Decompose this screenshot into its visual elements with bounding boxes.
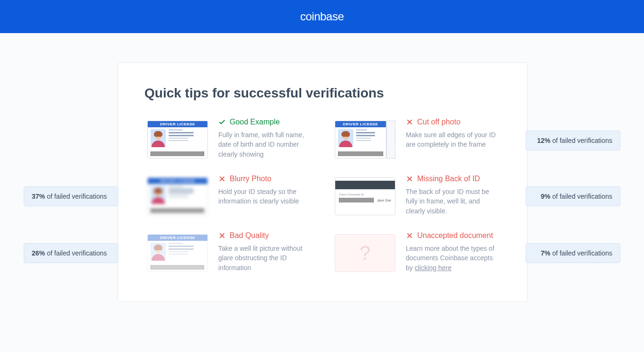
tip-title: Bad Quality <box>218 231 313 240</box>
thumb-faded: DRIVER LICENSE <box>144 231 211 275</box>
tip-title: Missing Back of ID <box>406 175 501 183</box>
tip-desc: The back of your ID must be fully in fra… <box>406 187 501 216</box>
tips-grid: DRIVER LICENSE Good Example Fully in fra… <box>144 118 501 275</box>
tip-desc: Learn more about the types of documents … <box>406 244 501 273</box>
tip-desc: Hold your ID steady so the information i… <box>218 187 313 206</box>
signature: Jane Doe <box>377 199 391 202</box>
x-icon <box>406 232 413 239</box>
x-icon <box>218 232 226 239</box>
tip-missing-back: Class A Example ID Jane Doe Missing Back… <box>332 175 501 218</box>
tip-cut-off: DRIVER LICENSE Cut off photo Make sure <box>332 118 501 161</box>
callout-12: 12% of failed verifications <box>526 131 620 150</box>
barcode-icon <box>339 198 374 202</box>
x-icon <box>406 175 413 183</box>
x-icon <box>406 118 413 126</box>
id-photo-icon <box>151 186 166 204</box>
tip-desc: Fully in frame, with full name, date of … <box>218 130 313 159</box>
brand-logo: coinbase <box>300 10 344 23</box>
id-photo-icon <box>151 243 166 261</box>
thumb-good: DRIVER LICENSE <box>144 118 211 161</box>
tip-bad-quality: DRIVER LICENSE Bad Quality Take a well l… <box>144 231 313 275</box>
tip-blurry: DRIVER LICENSE Blurry Photo Hold your ID… <box>144 175 313 218</box>
check-icon <box>218 118 226 126</box>
tip-title: Unaccepted document <box>406 231 501 240</box>
callout-26: 26% of failed verifications <box>24 243 118 263</box>
cutoff-area-icon <box>386 121 395 158</box>
id-header: DRIVER LICENSE <box>335 121 386 127</box>
tips-card: Quick tips for successful verifications … <box>117 62 528 302</box>
callout-9: 9% of failed verifications <box>526 186 620 206</box>
magstripe-icon <box>335 181 395 189</box>
tip-title: Cut off photo <box>406 118 501 126</box>
id-header: DRIVER LICENSE <box>148 235 207 241</box>
callout-7: 7% of failed verifications <box>526 243 620 263</box>
tip-good-example: DRIVER LICENSE Good Example Fully in fra… <box>144 118 313 161</box>
thumb-blurry: DRIVER LICENSE <box>144 175 211 218</box>
thumb-cutoff: DRIVER LICENSE <box>332 118 398 161</box>
tip-desc: Make sure all edges of your ID are compl… <box>406 130 501 150</box>
thumb-question: ? <box>332 231 398 275</box>
callout-37: 37% of failed verifications <box>24 186 118 206</box>
id-photo-icon <box>151 129 166 147</box>
page-title: Quick tips for successful verifications <box>144 86 501 101</box>
tip-title: Blurry Photo <box>218 175 313 183</box>
app-header: coinbase <box>0 0 644 33</box>
tip-unaccepted: ? Unaccepted document Learn more about t… <box>332 231 501 275</box>
tip-desc: Take a well lit picture without glare ob… <box>218 244 313 273</box>
id-header: DRIVER LICENSE <box>148 178 207 184</box>
id-photo-icon <box>338 129 353 147</box>
tip-title: Good Example <box>218 118 313 126</box>
x-icon <box>218 175 226 183</box>
question-icon: ? <box>359 242 370 264</box>
thumb-back: Class A Example ID Jane Doe <box>332 175 398 218</box>
accepted-docs-link[interactable]: clicking here <box>415 264 452 272</box>
id-header: DRIVER LICENSE <box>148 121 207 127</box>
